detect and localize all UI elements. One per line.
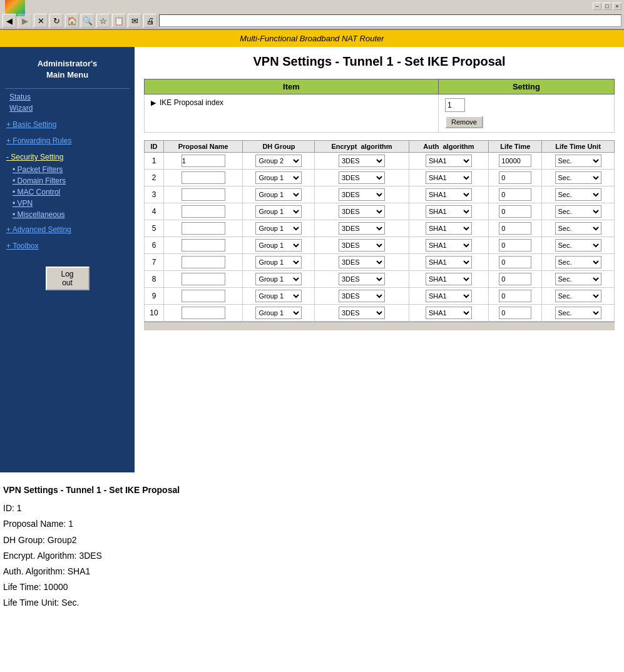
encrypt-select[interactable]: 3DESDESAES (339, 188, 385, 201)
proposal-name-input[interactable] (182, 307, 225, 319)
sidebar-item-basic-setting[interactable]: + Basic Setting (0, 118, 135, 131)
auth-select[interactable]: SHA1MD5 (426, 155, 472, 167)
logout-button[interactable]: Log out (46, 267, 90, 290)
lifetime-input[interactable] (499, 239, 531, 252)
sidebar-item-advanced-setting[interactable]: + Advanced Setting (0, 223, 135, 237)
content-area: VPN Settings - Tunnel 1 - Set IKE Propos… (135, 47, 624, 472)
scrollbar-area[interactable] (144, 322, 615, 330)
auth-select[interactable]: SHA1MD5 (426, 205, 472, 218)
proposal-name-input[interactable] (182, 205, 225, 218)
auth-select[interactable]: SHA1MD5 (426, 239, 472, 252)
dh-group-select[interactable]: Group 1Group 2Group 5 (255, 171, 302, 184)
unit-select[interactable]: Sec.Min.Hr. (555, 290, 601, 302)
encrypt-select[interactable]: 3DESDESAES (339, 205, 385, 218)
lifetime-input[interactable] (499, 188, 531, 201)
dh-group-select[interactable]: Group 1Group 2Group 5 (255, 205, 302, 218)
unit-select[interactable]: Sec.Min.Hr. (555, 205, 601, 218)
table-row: 4Group 1Group 2Group 53DESDESAESSHA1MD5S… (145, 203, 615, 220)
history-button[interactable]: 📋 (112, 14, 126, 28)
lifetime-input[interactable] (499, 222, 531, 235)
auth-select[interactable]: SHA1MD5 (426, 188, 472, 201)
home-button[interactable]: 🏠 (65, 14, 79, 28)
lifetime-input[interactable] (499, 171, 531, 184)
dh-group-select[interactable]: Group 1Group 2Group 5 (255, 256, 302, 268)
row-unit: Sec.Min.Hr. (542, 170, 615, 186)
auth-select[interactable]: SHA1MD5 (426, 307, 472, 319)
lifetime-input[interactable] (499, 155, 531, 167)
encrypt-select[interactable]: 3DESDESAES (339, 256, 385, 268)
proposal-name-input[interactable] (182, 188, 225, 201)
lifetime-input[interactable] (499, 205, 531, 218)
row-name (164, 203, 243, 220)
sidebar-item-miscellaneous[interactable]: • Miscellaneous (0, 209, 135, 220)
forward-button[interactable]: ▶ (18, 14, 32, 28)
encrypt-select[interactable]: 3DESDESAES (339, 307, 385, 319)
mail-button[interactable]: ✉ (128, 14, 141, 28)
row-name (164, 153, 243, 170)
dh-group-select[interactable]: Group 1Group 2Group 5 (255, 188, 302, 201)
auth-select[interactable]: SHA1MD5 (426, 171, 472, 184)
unit-select[interactable]: Sec.Min.Hr. (555, 155, 601, 167)
unit-select[interactable]: Sec.Min.Hr. (555, 256, 601, 268)
proposal-name-input[interactable] (182, 273, 225, 285)
back-button[interactable]: ◀ (3, 14, 16, 28)
encrypt-select[interactable]: 3DESDESAES (339, 290, 385, 302)
sidebar-item-toolbox[interactable]: + Toolbox (0, 239, 135, 253)
proposal-name-input[interactable] (182, 256, 225, 268)
unit-select[interactable]: Sec.Min.Hr. (555, 307, 601, 319)
sidebar-item-status[interactable]: Status (0, 91, 135, 103)
unit-select[interactable]: Sec.Min.Hr. (555, 239, 601, 252)
auth-select[interactable]: SHA1MD5 (426, 290, 472, 302)
table-row: 3Group 1Group 2Group 53DESDESAESSHA1MD5S… (145, 186, 615, 203)
dh-group-select[interactable]: Group 1Group 2Group 5 (255, 273, 302, 285)
encrypt-select[interactable]: 3DESDESAES (339, 273, 385, 285)
row-unit: Sec.Min.Hr. (542, 220, 615, 237)
refresh-button[interactable]: ↻ (49, 14, 63, 28)
auth-select[interactable]: SHA1MD5 (426, 222, 472, 235)
sidebar-item-domain-filters[interactable]: • Domain Filters (0, 175, 135, 186)
unit-select[interactable]: Sec.Min.Hr. (555, 171, 601, 184)
lifetime-input[interactable] (499, 256, 531, 268)
remove-button[interactable]: Remove (445, 116, 483, 128)
ike-index-input[interactable] (445, 98, 465, 112)
auth-select[interactable]: SHA1MD5 (426, 273, 472, 285)
sidebar-item-security-setting[interactable]: - Security Setting (0, 150, 135, 164)
proposal-name-input[interactable] (182, 222, 225, 235)
minimize-button[interactable]: – (593, 3, 601, 10)
dh-group-select[interactable]: Group 1Group 2Group 5 (255, 307, 302, 319)
table-row: 7Group 1Group 2Group 53DESDESAESSHA1MD5S… (145, 254, 615, 271)
unit-select[interactable]: Sec.Min.Hr. (555, 188, 601, 201)
auth-select[interactable]: SHA1MD5 (426, 256, 472, 268)
address-bar[interactable] (159, 14, 621, 27)
lifetime-input[interactable] (499, 307, 531, 319)
unit-select[interactable]: Sec.Min.Hr. (555, 222, 601, 235)
dh-group-select[interactable]: Group 1Group 2Group 5 (255, 155, 302, 167)
proposal-name-input[interactable] (182, 171, 225, 184)
sidebar-item-wizard[interactable]: Wizard (0, 103, 135, 114)
print-button[interactable]: 🖨 (143, 14, 157, 28)
dh-group-select[interactable]: Group 1Group 2Group 5 (255, 290, 302, 302)
encrypt-select[interactable]: 3DESDESAES (339, 222, 385, 235)
stop-button[interactable]: ✕ (34, 14, 48, 28)
row-dh-group: Group 1Group 2Group 5 (243, 153, 315, 170)
lifetime-input[interactable] (499, 290, 531, 302)
favorites-button[interactable]: ☆ (96, 14, 110, 28)
lifetime-input[interactable] (499, 273, 531, 285)
unit-select[interactable]: Sec.Min.Hr. (555, 273, 601, 285)
encrypt-select[interactable]: 3DESDESAES (339, 171, 385, 184)
encrypt-select[interactable]: 3DESDESAES (339, 155, 385, 167)
proposal-name-input[interactable] (182, 239, 225, 252)
sidebar-item-vpn[interactable]: • VPN (0, 198, 135, 209)
encrypt-select[interactable]: 3DESDESAES (339, 239, 385, 252)
dh-group-select[interactable]: Group 1Group 2Group 5 (255, 239, 302, 252)
close-button[interactable]: × (613, 3, 621, 10)
row-unit: Sec.Min.Hr. (542, 153, 615, 170)
dh-group-select[interactable]: Group 1Group 2Group 5 (255, 222, 302, 235)
maximize-button[interactable]: □ (603, 3, 611, 10)
sidebar-item-packet-filters[interactable]: • Packet Filters (0, 164, 135, 175)
sidebar-item-forwarding-rules[interactable]: + Forwarding Rules (0, 134, 135, 148)
proposal-name-input[interactable] (182, 155, 225, 167)
search-button[interactable]: 🔍 (81, 14, 95, 28)
sidebar-item-mac-control[interactable]: • MAC Control (0, 186, 135, 198)
proposal-name-input[interactable] (182, 290, 225, 302)
